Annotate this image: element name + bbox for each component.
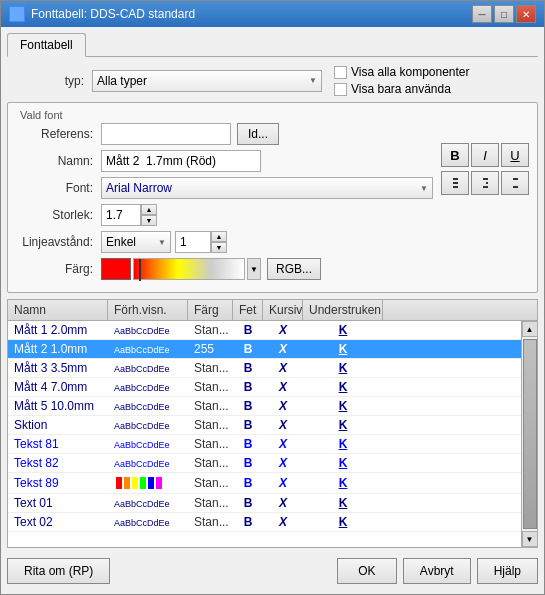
main-window: Fonttabell: DDS-CAD standard ─ □ ✕ Fontt… [0,0,545,595]
align-center-icon [482,176,488,190]
typ-value: Alla typer [97,74,147,88]
italic-button[interactable]: I [471,143,499,167]
farg-swatch [101,258,131,280]
scrollbar-up-button[interactable]: ▲ [522,321,538,337]
font-value: Arial Narrow [106,181,172,195]
bold-button[interactable]: B [441,143,469,167]
window-title: Fonttabell: DDS-CAD standard [31,7,195,21]
align-left-button[interactable] [441,171,469,195]
close-button[interactable]: ✕ [516,5,536,23]
visa-bara-checkbox[interactable] [334,83,347,96]
linjeavstand-dropdown[interactable]: Enkel ▼ [101,231,171,253]
linjeavstand-up[interactable]: ▲ [211,231,227,242]
align-center-button[interactable] [471,171,499,195]
text-style-buttons: B I U [441,143,529,167]
table-row[interactable]: Tekst 89 Stan... B X K [8,473,521,494]
visa-bara-label: Visa bara använda [351,82,451,96]
linjeavstand-num-arrows: ▲ ▼ [211,231,227,253]
font-dropdown[interactable]: Arial Narrow ▼ [101,177,433,199]
table-row[interactable]: Mått 1 2.0mm AaBbCcDdEe Stan... B X K [8,321,521,340]
farg-dropdown-arrow[interactable]: ▼ [247,258,261,280]
table-row[interactable]: Mått 2 1.0mm AaBbCcDdEe 255 B X K [8,340,521,359]
bottom-buttons: Rita om (RP) OK Avbryt Hjälp [7,554,538,588]
table-rows: Mått 1 2.0mm AaBbCcDdEe Stan... B X K Må… [8,321,521,547]
maximize-button[interactable]: □ [494,5,514,23]
header-fet: Fet [233,300,263,320]
referens-input[interactable] [101,123,231,145]
linjeavstand-row: Linjeavstånd: Enkel ▼ ▲ ▼ [16,231,433,253]
farg-control: ▼ [101,258,261,280]
align-buttons [441,171,529,195]
typ-label: typ: [7,74,92,88]
content-area: Fonttabell typ: Alla typer ▼ Visa alla k… [1,27,544,594]
visa-alla-checkbox[interactable] [334,66,347,79]
linjeavstand-num-input[interactable] [175,231,211,253]
id-button[interactable]: Id... [237,123,279,145]
farg-row: Färg: ▼ RGB... [16,258,433,280]
header-scroll-space [383,300,399,320]
table-row[interactable]: Text 01 AaBbCcDdEe Stan... B X K [8,494,521,513]
typ-dropdown[interactable]: Alla typer ▼ [92,70,322,92]
vald-font-section: Vald font Referens: Id... Namn: [7,102,538,293]
typ-dropdown-arrow: ▼ [309,76,317,85]
linjeavstand-label: Linjeavstånd: [16,235,101,249]
tab-bar: Fonttabell [7,33,538,57]
table-body: Mått 1 2.0mm AaBbCcDdEe Stan... B X K Må… [8,321,537,547]
minimize-button[interactable]: ─ [472,5,492,23]
linjeavstand-num-spinner: ▲ ▼ [175,231,227,253]
scrollbar-down-button[interactable]: ▼ [522,531,538,547]
storlek-arrows: ▲ ▼ [141,204,157,226]
scrollbar-thumb[interactable] [523,339,537,529]
visa-alla-row: Visa alla komponenter [334,65,470,79]
window-icon [9,6,25,22]
table-row[interactable]: Tekst 82 AaBbCcDdEe Stan... B X K [8,454,521,473]
storlek-row: Storlek: ▲ ▼ [16,204,433,226]
table-row[interactable]: Tekst 81 AaBbCcDdEe Stan... B X K [8,435,521,454]
linjeavstand-arrow: ▼ [158,238,166,247]
table-row[interactable]: Mått 5 10.0mm AaBbCcDdEe Stan... B X K [8,397,521,416]
referens-row: Referens: Id... [16,123,433,145]
table-row[interactable]: Mått 4 7.0mm AaBbCcDdEe Stan... B X K [8,378,521,397]
storlek-up[interactable]: ▲ [141,204,157,215]
align-right-icon [512,176,518,190]
storlek-down[interactable]: ▼ [141,215,157,226]
namn-row: Namn: [16,150,433,172]
vald-font-label: Vald font [20,109,529,121]
ok-button[interactable]: OK [337,558,397,584]
font-dropdown-arrow: ▼ [420,184,428,193]
table-scrollbar: ▲ ▼ [521,321,537,547]
visa-alla-label: Visa alla komponenter [351,65,470,79]
linjeavstand-down[interactable]: ▼ [211,242,227,253]
font-label: Font: [16,181,101,195]
rgb-button[interactable]: RGB... [267,258,321,280]
align-right-button[interactable] [501,171,529,195]
rita-om-button[interactable]: Rita om (RP) [7,558,110,584]
typ-row: typ: Alla typer ▼ Visa alla komponenter … [7,65,538,96]
namn-label: Namn: [16,154,101,168]
right-format-buttons: B I U [441,123,529,286]
header-prev: Förh.visn. [108,300,188,320]
table-header: Namn Förh.visn. Färg Fet Kursiv Understr… [8,300,537,321]
linjeavstand-value: Enkel [106,235,136,249]
font-row: Font: Arial Narrow ▼ [16,177,433,199]
table-row[interactable]: Text 02 AaBbCcDdEe Stan... B X K [8,513,521,532]
window-title-bar: Fonttabell: DDS-CAD standard [9,6,195,22]
visa-bara-row: Visa bara använda [334,82,470,96]
farg-slider[interactable] [133,258,245,280]
tab-fonttabell[interactable]: Fonttabell [7,33,86,57]
farg-label: Färg: [16,262,101,276]
underline-button[interactable]: U [501,143,529,167]
titlebar: Fonttabell: DDS-CAD standard ─ □ ✕ [1,1,544,27]
hjalp-button[interactable]: Hjälp [477,558,538,584]
storlek-input[interactable] [101,204,141,226]
align-left-icon [452,176,458,190]
avbryt-button[interactable]: Avbryt [403,558,471,584]
vald-font-content: Referens: Id... Namn: Font: Ar [16,123,529,286]
referens-label: Referens: [16,127,101,141]
namn-input[interactable] [101,150,261,172]
header-under: Understruken [303,300,383,320]
header-kursiv: Kursiv [263,300,303,320]
table-row[interactable]: Mått 3 3.5mm AaBbCcDdEe Stan... B X K [8,359,521,378]
table-row[interactable]: Sktion AaBbCcDdEe Stan... B X K [8,416,521,435]
storlek-label: Storlek: [16,208,101,222]
